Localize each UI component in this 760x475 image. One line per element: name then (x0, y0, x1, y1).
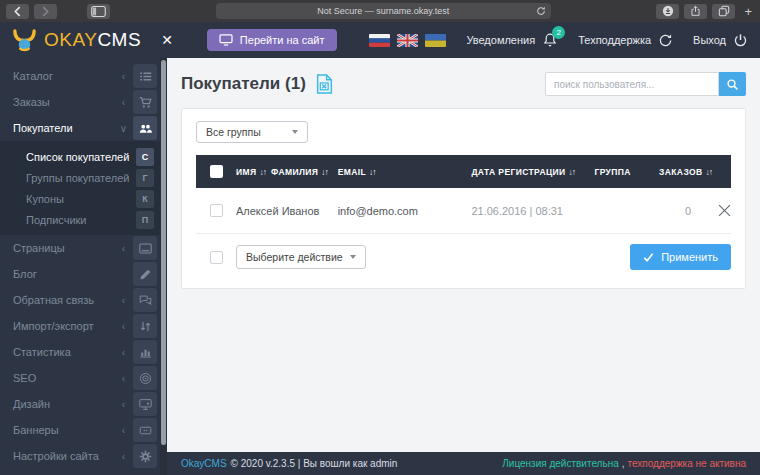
chevron-collapsed-icon: ‹ (116, 321, 131, 332)
search-icon (726, 78, 739, 91)
cell-actions (717, 204, 731, 217)
chevron-right-icon (42, 6, 49, 17)
page-header: Покупатели (1) (181, 66, 746, 102)
sidebar-item-design[interactable]: Дизайн ‹ (0, 391, 160, 417)
footer-brand-link[interactable]: OkayCMS (181, 458, 227, 469)
group-filter-select[interactable]: Все группы (196, 121, 308, 143)
row-checkbox[interactable] (210, 204, 223, 217)
vertical-scrollbar[interactable] (160, 58, 167, 475)
sidebar-item-label: Импорт/экспорт (13, 320, 116, 332)
chat-bubbles-icon (133, 288, 157, 312)
status-separator: , (622, 458, 625, 469)
browser-share-button[interactable] (684, 4, 707, 19)
support-label: Техподдержка (578, 34, 651, 46)
submenu-item-subscribers[interactable]: Подписчики П (0, 209, 160, 230)
sidebar-item-label: SEO (13, 372, 116, 384)
chevron-collapsed-icon: ‹ (116, 373, 131, 384)
new-tab-button[interactable]: + (744, 4, 752, 19)
chevron-collapsed-icon: ‹ (116, 71, 131, 82)
sort-first-name-icon[interactable]: ↓↑ (260, 167, 267, 177)
submenu-item-coupons[interactable]: Купоны К (0, 188, 160, 209)
chevron-down-icon (350, 255, 356, 259)
bulk-select-checkbox[interactable] (210, 251, 223, 264)
support-status: техподдержка не активна (628, 458, 746, 469)
apply-button[interactable]: Применить (630, 244, 731, 270)
browser-forward-button[interactable] (34, 4, 57, 19)
sort-email-icon[interactable]: ↓↑ (369, 167, 376, 177)
logout-button[interactable]: Выход (693, 33, 748, 48)
catalog-list-icon (133, 64, 157, 88)
sidebar-item-customers[interactable]: Покупатели ∨ (0, 115, 160, 141)
sidebar-item-site-settings[interactable]: Настройки сайта ‹ (0, 443, 160, 469)
checkmark-icon (643, 252, 654, 263)
flag-ru-icon[interactable] (369, 34, 390, 47)
chevron-collapsed-icon: ‹ (116, 97, 131, 108)
sidebar-item-label: Покупатели (13, 122, 116, 134)
column-label: ЗАКАЗОВ (659, 167, 703, 177)
excel-export-button[interactable] (316, 74, 333, 94)
close-icon (718, 204, 731, 217)
cart-icon (133, 90, 157, 114)
submenu-item-customer-list[interactable]: Список покупателей С (0, 146, 160, 167)
customers-card: Все группы ИМЯ ↓↑ ФАМИЛИЯ (181, 108, 746, 289)
scrollbar-thumb[interactable] (161, 60, 166, 445)
goto-site-button[interactable]: Перейти на сайт (207, 29, 337, 51)
flag-en-icon[interactable] (397, 34, 418, 47)
reload-icon[interactable] (536, 6, 546, 16)
chevron-collapsed-icon: ‹ (116, 243, 131, 254)
app-window: Not Secure — surname.okay.test + OKAYCMS… (0, 0, 760, 475)
sidebar-item-catalog[interactable]: Каталог ‹ (0, 63, 160, 89)
header-checkbox-cell (196, 165, 236, 178)
chevron-expanded-icon: ∨ (116, 123, 131, 134)
customers-submenu: Список покупателей С Группы покупателей … (0, 141, 160, 235)
browser-downloads-button[interactable] (656, 4, 679, 19)
browser-tabs-button[interactable] (712, 4, 735, 19)
column-label: ИМЯ (236, 167, 257, 177)
okaycms-logo[interactable]: OKAYCMS (12, 28, 141, 53)
select-all-checkbox[interactable] (210, 165, 223, 178)
search-input[interactable] (545, 72, 719, 96)
sidebar-item-blog[interactable]: Блог (0, 261, 160, 287)
refresh-icon (658, 33, 673, 48)
delete-row-button[interactable] (718, 204, 731, 217)
sort-last-name-icon[interactable]: ↓↑ (321, 167, 328, 177)
browser-back-button[interactable] (6, 4, 29, 19)
cell-orders: 0 (659, 205, 718, 217)
letter-icon: П (136, 211, 154, 229)
chevron-collapsed-icon: ‹ (116, 347, 131, 358)
sidebar-item-statistics[interactable]: Статистика ‹ (0, 339, 160, 365)
browser-address-bar[interactable]: Not Secure — surname.okay.test (216, 3, 551, 19)
browser-sidebar-toggle[interactable] (87, 4, 110, 19)
action-checkbox-cell (196, 251, 236, 264)
bell-icon-wrap: 2 (542, 32, 558, 48)
download-icon (662, 5, 674, 17)
bulk-action-select[interactable]: Выберите действие (236, 245, 366, 269)
submenu-item-label: Купоны (26, 193, 134, 205)
sidebar-item-label: Страницы (13, 242, 116, 254)
submenu-item-customer-groups[interactable]: Группы покупателей Г (0, 167, 160, 188)
group-filter-value: Все группы (206, 126, 261, 138)
sidebar-item-label: Обратная связь (13, 294, 116, 306)
users-icon (133, 116, 157, 140)
sidebar-item-import-export[interactable]: Импорт/экспорт ‹ (0, 313, 160, 339)
target-icon (133, 366, 157, 390)
cell-email[interactable]: info@demo.com (338, 205, 472, 217)
letter-icon: Г (136, 169, 154, 187)
sidebar-item-banners[interactable]: Баннеры ‹ (0, 417, 160, 443)
cell-name[interactable]: Алексей Иванов (236, 205, 338, 217)
sidebar-item-orders[interactable]: Заказы ‹ (0, 89, 160, 115)
logo-cms-text: CMS (97, 29, 141, 50)
collapse-menu-button[interactable]: ✕ (161, 32, 173, 48)
notifications-button[interactable]: Уведомления 2 (466, 32, 558, 48)
flag-ua-icon[interactable] (425, 34, 446, 47)
sidebar-item-feedback[interactable]: Обратная связь ‹ (0, 287, 160, 313)
sort-orders-icon[interactable]: ↓↑ (706, 167, 713, 177)
sort-registered-icon[interactable]: ↓↑ (569, 167, 576, 177)
chevron-down-icon (292, 130, 298, 134)
sidebar-item-pages[interactable]: Страницы ‹ (0, 235, 160, 261)
chevron-collapsed-icon: ‹ (116, 425, 131, 436)
support-button[interactable]: Техподдержка (578, 33, 673, 48)
search-button[interactable] (719, 72, 746, 96)
logout-label: Выход (693, 34, 726, 46)
sidebar-item-seo[interactable]: SEO ‹ (0, 365, 160, 391)
